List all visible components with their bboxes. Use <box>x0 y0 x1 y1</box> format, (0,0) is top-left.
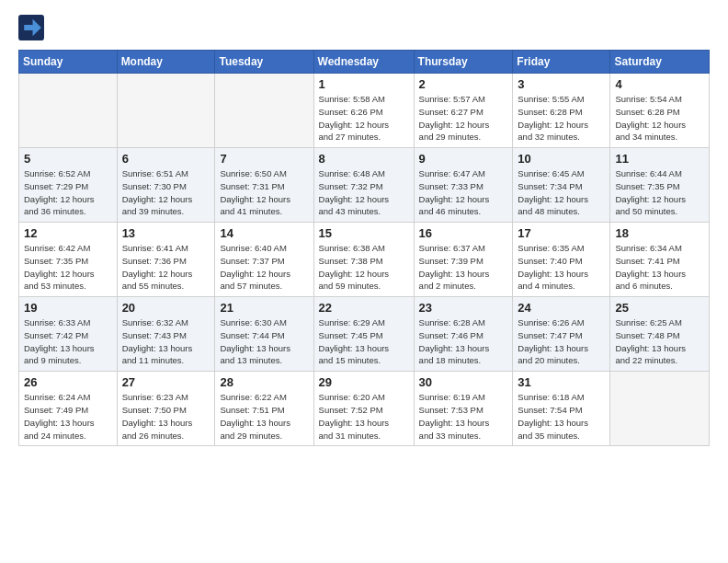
calendar-day-31: 31Sunrise: 6:18 AM Sunset: 7:54 PM Dayli… <box>513 372 610 446</box>
calendar-day-empty <box>610 372 710 446</box>
weekday-header-saturday: Saturday <box>610 51 710 74</box>
day-info: Sunrise: 6:23 AM Sunset: 7:50 PM Dayligh… <box>122 391 210 442</box>
day-number: 2 <box>419 77 508 91</box>
calendar-day-17: 17Sunrise: 6:35 AM Sunset: 7:40 PM Dayli… <box>513 223 610 297</box>
calendar-day-18: 18Sunrise: 6:34 AM Sunset: 7:41 PM Dayli… <box>610 223 710 297</box>
calendar-day-5: 5Sunrise: 6:52 AM Sunset: 7:29 PM Daylig… <box>19 148 118 223</box>
calendar-day-12: 12Sunrise: 6:42 AM Sunset: 7:35 PM Dayli… <box>19 223 118 297</box>
day-info: Sunrise: 6:25 AM Sunset: 7:48 PM Dayligh… <box>615 316 704 367</box>
day-info: Sunrise: 6:24 AM Sunset: 7:49 PM Dayligh… <box>24 391 112 442</box>
day-number: 3 <box>518 77 605 91</box>
calendar-day-30: 30Sunrise: 6:19 AM Sunset: 7:53 PM Dayli… <box>414 372 513 446</box>
calendar-day-empty <box>215 74 313 148</box>
day-number: 18 <box>615 226 704 240</box>
calendar-day-27: 27Sunrise: 6:23 AM Sunset: 7:50 PM Dayli… <box>117 372 215 446</box>
day-number: 16 <box>419 226 508 240</box>
day-number: 20 <box>122 301 210 315</box>
calendar-day-14: 14Sunrise: 6:40 AM Sunset: 7:37 PM Dayli… <box>215 223 313 297</box>
weekday-header-friday: Friday <box>513 51 610 74</box>
weekday-header-tuesday: Tuesday <box>215 51 313 74</box>
weekday-header-monday: Monday <box>117 51 215 74</box>
calendar-day-10: 10Sunrise: 6:45 AM Sunset: 7:34 PM Dayli… <box>513 148 610 223</box>
calendar-day-16: 16Sunrise: 6:37 AM Sunset: 7:39 PM Dayli… <box>414 223 513 297</box>
calendar-week-row: 26Sunrise: 6:24 AM Sunset: 7:49 PM Dayli… <box>19 372 710 446</box>
day-info: Sunrise: 6:42 AM Sunset: 7:35 PM Dayligh… <box>24 242 112 293</box>
day-info: Sunrise: 6:45 AM Sunset: 7:34 PM Dayligh… <box>518 167 605 218</box>
calendar-day-7: 7Sunrise: 6:50 AM Sunset: 7:31 PM Daylig… <box>215 148 313 223</box>
calendar-day-4: 4Sunrise: 5:54 AM Sunset: 6:28 PM Daylig… <box>610 74 710 148</box>
calendar-day-empty <box>19 74 118 148</box>
calendar-day-2: 2Sunrise: 5:57 AM Sunset: 6:27 PM Daylig… <box>414 74 513 148</box>
day-number: 13 <box>122 226 210 240</box>
day-number: 7 <box>220 152 308 166</box>
calendar-week-row: 12Sunrise: 6:42 AM Sunset: 7:35 PM Dayli… <box>19 223 710 297</box>
calendar-table: SundayMondayTuesdayWednesdayThursdayFrid… <box>18 50 710 446</box>
day-number: 25 <box>615 301 704 315</box>
weekday-header-wednesday: Wednesday <box>313 51 414 74</box>
day-info: Sunrise: 6:47 AM Sunset: 7:33 PM Dayligh… <box>419 167 508 218</box>
day-info: Sunrise: 6:28 AM Sunset: 7:46 PM Dayligh… <box>419 316 508 367</box>
calendar-day-9: 9Sunrise: 6:47 AM Sunset: 7:33 PM Daylig… <box>414 148 513 223</box>
day-info: Sunrise: 6:20 AM Sunset: 7:52 PM Dayligh… <box>319 391 409 442</box>
calendar-day-29: 29Sunrise: 6:20 AM Sunset: 7:52 PM Dayli… <box>313 372 414 446</box>
day-info: Sunrise: 6:52 AM Sunset: 7:29 PM Dayligh… <box>24 167 112 218</box>
calendar-day-21: 21Sunrise: 6:30 AM Sunset: 7:44 PM Dayli… <box>215 297 313 372</box>
day-number: 6 <box>122 152 210 166</box>
day-number: 26 <box>24 375 112 389</box>
day-info: Sunrise: 6:51 AM Sunset: 7:30 PM Dayligh… <box>122 167 210 218</box>
calendar-day-11: 11Sunrise: 6:44 AM Sunset: 7:35 PM Dayli… <box>610 148 710 223</box>
day-info: Sunrise: 6:44 AM Sunset: 7:35 PM Dayligh… <box>615 167 704 218</box>
day-number: 23 <box>419 301 508 315</box>
day-info: Sunrise: 5:57 AM Sunset: 6:27 PM Dayligh… <box>419 93 508 144</box>
calendar-day-15: 15Sunrise: 6:38 AM Sunset: 7:38 PM Dayli… <box>313 223 414 297</box>
weekday-header-thursday: Thursday <box>414 51 513 74</box>
day-number: 8 <box>319 152 409 166</box>
calendar-day-empty <box>117 74 215 148</box>
calendar-header-row: SundayMondayTuesdayWednesdayThursdayFrid… <box>19 51 710 74</box>
day-number: 4 <box>615 77 704 91</box>
day-number: 9 <box>419 152 508 166</box>
day-number: 28 <box>220 375 308 389</box>
day-number: 31 <box>518 375 605 389</box>
weekday-header-sunday: Sunday <box>19 51 118 74</box>
page: SundayMondayTuesdayWednesdayThursdayFrid… <box>0 0 728 563</box>
day-number: 14 <box>220 226 308 240</box>
calendar-day-28: 28Sunrise: 6:22 AM Sunset: 7:51 PM Dayli… <box>215 372 313 446</box>
day-number: 1 <box>319 77 409 91</box>
header <box>18 15 710 40</box>
calendar-day-20: 20Sunrise: 6:32 AM Sunset: 7:43 PM Dayli… <box>117 297 215 372</box>
day-info: Sunrise: 6:40 AM Sunset: 7:37 PM Dayligh… <box>220 242 308 293</box>
day-info: Sunrise: 6:50 AM Sunset: 7:31 PM Dayligh… <box>220 167 308 218</box>
day-number: 27 <box>122 375 210 389</box>
calendar-day-23: 23Sunrise: 6:28 AM Sunset: 7:46 PM Dayli… <box>414 297 513 372</box>
calendar-day-13: 13Sunrise: 6:41 AM Sunset: 7:36 PM Dayli… <box>117 223 215 297</box>
day-info: Sunrise: 5:54 AM Sunset: 6:28 PM Dayligh… <box>615 93 704 144</box>
day-info: Sunrise: 6:29 AM Sunset: 7:45 PM Dayligh… <box>319 316 409 367</box>
day-info: Sunrise: 6:34 AM Sunset: 7:41 PM Dayligh… <box>615 242 704 293</box>
calendar-week-row: 1Sunrise: 5:58 AM Sunset: 6:26 PM Daylig… <box>19 74 710 148</box>
day-number: 11 <box>615 152 704 166</box>
calendar-week-row: 5Sunrise: 6:52 AM Sunset: 7:29 PM Daylig… <box>19 148 710 223</box>
calendar-day-6: 6Sunrise: 6:51 AM Sunset: 7:30 PM Daylig… <box>117 148 215 223</box>
day-number: 30 <box>419 375 508 389</box>
day-info: Sunrise: 5:58 AM Sunset: 6:26 PM Dayligh… <box>319 93 409 144</box>
calendar-day-25: 25Sunrise: 6:25 AM Sunset: 7:48 PM Dayli… <box>610 297 710 372</box>
day-info: Sunrise: 6:35 AM Sunset: 7:40 PM Dayligh… <box>518 242 605 293</box>
calendar-day-26: 26Sunrise: 6:24 AM Sunset: 7:49 PM Dayli… <box>19 372 118 446</box>
day-number: 17 <box>518 226 605 240</box>
day-info: Sunrise: 6:30 AM Sunset: 7:44 PM Dayligh… <box>220 316 308 367</box>
day-number: 15 <box>319 226 409 240</box>
day-number: 22 <box>319 301 409 315</box>
day-number: 29 <box>319 375 409 389</box>
day-info: Sunrise: 6:18 AM Sunset: 7:54 PM Dayligh… <box>518 391 605 442</box>
day-info: Sunrise: 6:22 AM Sunset: 7:51 PM Dayligh… <box>220 391 308 442</box>
day-info: Sunrise: 6:19 AM Sunset: 7:53 PM Dayligh… <box>419 391 508 442</box>
day-number: 10 <box>518 152 605 166</box>
day-number: 19 <box>24 301 112 315</box>
day-number: 24 <box>518 301 605 315</box>
calendar-day-3: 3Sunrise: 5:55 AM Sunset: 6:28 PM Daylig… <box>513 74 610 148</box>
calendar-day-22: 22Sunrise: 6:29 AM Sunset: 7:45 PM Dayli… <box>313 297 414 372</box>
calendar-day-24: 24Sunrise: 6:26 AM Sunset: 7:47 PM Dayli… <box>513 297 610 372</box>
calendar-day-8: 8Sunrise: 6:48 AM Sunset: 7:32 PM Daylig… <box>313 148 414 223</box>
day-number: 21 <box>220 301 308 315</box>
